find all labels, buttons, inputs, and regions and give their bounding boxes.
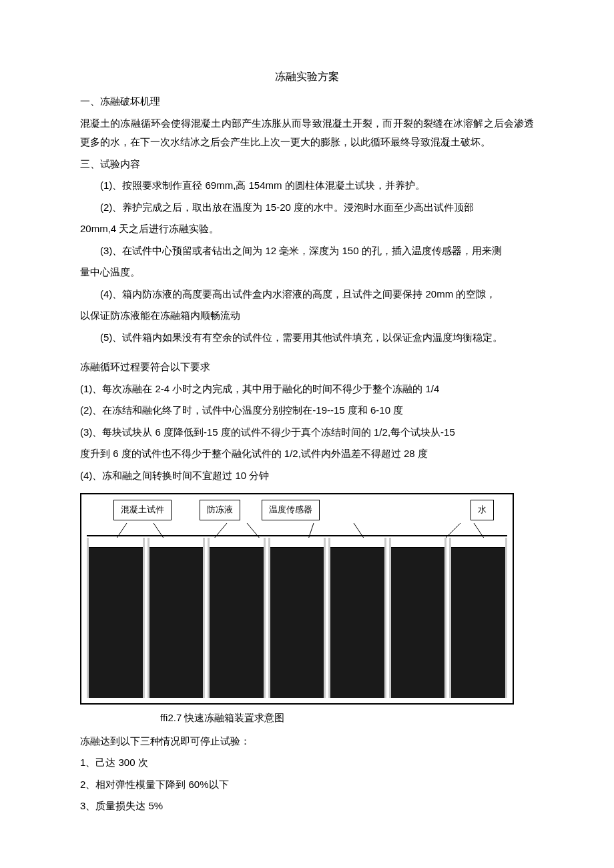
figure-box: 混凝土试件 防冻液 温度传感器 水 xyxy=(80,493,514,705)
chamber-1 xyxy=(87,538,145,698)
stop-item-2: 2、相对弹性模量下降到 60%以下 xyxy=(80,775,534,795)
section-1-heading: 一、冻融破坏机理 xyxy=(80,92,534,111)
content-item-1: (1)、按照要求制作直径 69mm,高 154mm 的圆柱体混凝土试块，并养护。 xyxy=(80,176,534,195)
figure-labels-row: 混凝土试件 防冻液 温度传感器 水 xyxy=(87,500,507,520)
cycle-item-2: (2)、在冻结和融化终了时，试件中心温度分别控制在-19--15 度和 6-10… xyxy=(80,401,534,420)
cycle-item-3: (3)、每块试块从 6 度降低到-15 度的试件不得少于真个冻结时间的 1/2,… xyxy=(80,423,534,442)
content-item-4-cont: 以保证防冻液能在冻融箱内顺畅流动 xyxy=(80,306,534,326)
figure-container: 混凝土试件 防冻液 温度传感器 水 xyxy=(80,493,534,705)
content-item-2-cont: 20mm,4 天之后进行冻融实验。 xyxy=(80,220,534,239)
figure-label-sensor: 温度传感器 xyxy=(262,500,320,520)
chamber-3 xyxy=(208,538,266,698)
stop-item-1: 1、己达 300 次 xyxy=(80,753,534,773)
figure-lead-lines xyxy=(87,523,507,535)
stop-item-3: 3、质量损失达 5% xyxy=(80,797,534,816)
chamber-2 xyxy=(147,538,206,698)
content-item-5: (5)、试件箱内如果没有有空余的试件位，需要用其他试件填充，以保证盒内温度均衡稳… xyxy=(80,328,534,348)
figure-label-specimen: 混凝土试件 xyxy=(113,500,172,520)
chamber-4 xyxy=(268,538,326,698)
cycle-item-3-cont: 度升到 6 度的试件也不得少于整个融化试件的 1/2,试件内外温差不得超过 28… xyxy=(80,444,534,464)
cycle-item-4: (4)、冻和融之间转换时间不宜超过 10 分钟 xyxy=(80,466,534,486)
content-item-3-cont: 量中心温度。 xyxy=(80,263,534,282)
section-3-heading: 三、试验内容 xyxy=(80,155,534,174)
stop-heading: 冻融达到以下三种情况即可停止试验： xyxy=(80,732,534,751)
chamber-5 xyxy=(328,538,386,698)
document-title: 冻融实验方案 xyxy=(80,67,534,87)
content-item-4: (4)、箱内防冻液的高度要高出试件盒内水溶液的高度，且试件之间要保持 20mm … xyxy=(80,285,534,304)
figure-chambers xyxy=(87,535,507,698)
figure-caption: ffi2.7 快速冻融箱装置求意图 xyxy=(160,709,534,728)
chamber-6 xyxy=(389,538,447,698)
cycle-heading: 冻融循环过程要符合以下要求 xyxy=(80,358,534,377)
section-1-paragraph: 混凝土的冻融循环会使得混凝土内部产生冻胀从而导致混凝土开裂，而开裂的裂缝在冰溶解… xyxy=(80,114,534,152)
content-item-2: (2)、养护完成之后，取出放在温度为 15-20 度的水中。浸泡时水面至少高出试… xyxy=(80,198,534,218)
content-item-3: (3)、在试件中心预留或者钻出之间为 12 毫米，深度为 150 的孔，插入温度… xyxy=(80,242,534,261)
figure-label-water: 水 xyxy=(471,500,494,520)
figure-label-antifreeze: 防冻液 xyxy=(200,500,240,520)
chamber-7 xyxy=(449,538,507,698)
cycle-item-1: (1)、每次冻融在 2-4 小时之内完成，其中用于融化的时间不得少于整个冻融的 … xyxy=(80,380,534,399)
